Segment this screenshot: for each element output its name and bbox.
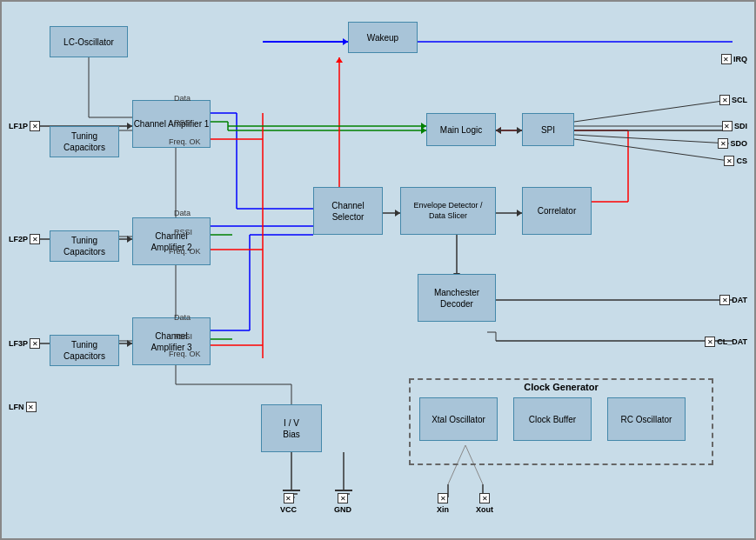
clock-buffer-label: Clock Buffer bbox=[529, 414, 576, 425]
dat-label: DAT bbox=[732, 296, 747, 304]
svg-marker-21 bbox=[496, 127, 501, 134]
envelope-detector-block: Envelope Detector /Data Slicer bbox=[400, 187, 496, 235]
tuning-cap3-label: TuningCapacitors bbox=[64, 339, 105, 362]
envelope-detector-label: Envelope Detector /Data Slicer bbox=[413, 201, 482, 221]
cl-dat-pin: ✕ CL_DAT bbox=[705, 337, 747, 347]
lfn-label: LFN bbox=[9, 403, 24, 411]
lf2p-label: LF2P bbox=[9, 235, 28, 243]
svg-line-71 bbox=[574, 135, 729, 143]
clock-generator-title: Clock Generator bbox=[520, 382, 602, 392]
rssi1-label: RSSI bbox=[174, 118, 192, 127]
tuning-cap3-block: TuningCapacitors bbox=[50, 335, 119, 366]
channel-selector-block: ChannelSelector bbox=[313, 187, 383, 235]
tuning-cap2-label: TuningCapacitors bbox=[64, 235, 105, 257]
iv-bias-label: I / VBias bbox=[283, 417, 299, 440]
wakeup-block: Wakeup bbox=[348, 22, 418, 53]
rc-oscillator-block: RC Oscillator bbox=[607, 397, 686, 441]
cs-label: CS bbox=[736, 157, 747, 165]
spi-label: SPI bbox=[541, 124, 555, 136]
rssi2-label: RSSI bbox=[174, 228, 192, 237]
spi-block: SPI bbox=[522, 113, 574, 146]
freq-ok1-label: Freq. OK bbox=[169, 137, 201, 146]
xin-label: Xin bbox=[437, 505, 449, 514]
dat-pin: ✕ DAT bbox=[719, 295, 747, 305]
lfn-pin: LFN ✕ bbox=[9, 402, 37, 412]
channel-selector-label: ChannelSelector bbox=[331, 200, 364, 223]
gnd-label: GND bbox=[334, 505, 351, 514]
cl-dat-label: CL_DAT bbox=[717, 337, 747, 346]
correlator-block: Correlator bbox=[522, 187, 592, 235]
svg-marker-32 bbox=[336, 57, 343, 63]
freq-ok2-label: Freq. OK bbox=[169, 247, 201, 256]
lf3p-pin: LF3P ✕ bbox=[9, 338, 40, 349]
iv-bias-block: I / VBias bbox=[261, 404, 322, 452]
wakeup-label: Wakeup bbox=[367, 32, 398, 43]
xout-label: Xout bbox=[476, 505, 493, 514]
sdi-pin: ✕ SDI bbox=[722, 121, 747, 131]
lf2p-pin: LF2P ✕ bbox=[9, 234, 40, 244]
lf1p-pin: LF1P ✕ bbox=[9, 121, 40, 131]
channel-amp1-label: Channel Amplifier 1 bbox=[134, 118, 210, 130]
svg-marker-37 bbox=[496, 127, 501, 134]
clock-buffer-block: Clock Buffer bbox=[513, 397, 592, 441]
svg-line-69 bbox=[574, 100, 729, 122]
main-diagram: LC-Oscillator Channel Amplifier 1 Channe… bbox=[0, 0, 756, 540]
rssi3-label: RSSI bbox=[174, 332, 192, 341]
tuning-cap1-label: TuningCapacitors bbox=[64, 130, 105, 153]
sdo-label: SDO bbox=[730, 139, 747, 148]
irq-pin: ✕ IRQ bbox=[721, 54, 747, 64]
irq-label: IRQ bbox=[733, 55, 747, 63]
manchester-decoder-block: ManchesterDecoder bbox=[418, 274, 496, 322]
sdo-pin: ✕ SDO bbox=[718, 138, 747, 149]
lf3p-label: LF3P bbox=[9, 339, 28, 348]
channel-amp2-block: ChannelAmplifier 2 bbox=[132, 217, 211, 265]
xtal-oscillator-block: Xtal Oscillator bbox=[419, 397, 498, 441]
scl-label: SCL bbox=[732, 96, 747, 104]
lc-oscillator-block: LC-Oscillator bbox=[50, 26, 128, 57]
xtal-oscillator-label: Xtal Oscillator bbox=[432, 414, 485, 425]
lf1p-label: LF1P bbox=[9, 122, 28, 130]
data1-label: Data bbox=[174, 94, 191, 103]
cs-pin: ✕ CS bbox=[724, 156, 747, 166]
tuning-cap1-block: TuningCapacitors bbox=[50, 126, 119, 157]
lc-oscillator-label: LC-Oscillator bbox=[64, 37, 114, 48]
sdi-label: SDI bbox=[734, 122, 747, 130]
vcc-label: VCC bbox=[280, 505, 297, 514]
main-logic-label: Main Logic bbox=[440, 124, 482, 136]
manchester-decoder-label: ManchesterDecoder bbox=[434, 287, 479, 310]
vcc-pin: ✕ VCC bbox=[280, 493, 297, 514]
main-logic-block: Main Logic bbox=[426, 113, 496, 146]
xout-pin: ✕ Xout bbox=[476, 493, 493, 514]
tuning-cap2-block: TuningCapacitors bbox=[50, 230, 119, 262]
svg-line-72 bbox=[574, 139, 729, 161]
freq-ok3-label: Freq. OK bbox=[169, 350, 201, 358]
correlator-label: Correlator bbox=[538, 205, 576, 217]
xin-pin: ✕ Xin bbox=[437, 493, 449, 514]
scl-pin: ✕ SCL bbox=[719, 95, 747, 105]
rc-oscillator-label: RC Oscillator bbox=[621, 414, 672, 425]
gnd-pin: ✕ GND bbox=[334, 493, 351, 514]
data2-label: Data bbox=[174, 209, 191, 217]
data3-label: Data bbox=[174, 313, 191, 322]
